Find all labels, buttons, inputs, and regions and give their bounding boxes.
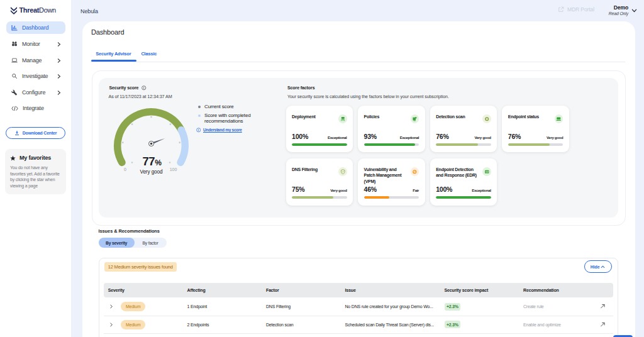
svg-text:77%: 77% (142, 155, 162, 168)
svg-text:100: 100 (169, 167, 177, 172)
svg-text:0: 0 (124, 167, 126, 172)
svg-text:Very good: Very good (140, 169, 163, 175)
